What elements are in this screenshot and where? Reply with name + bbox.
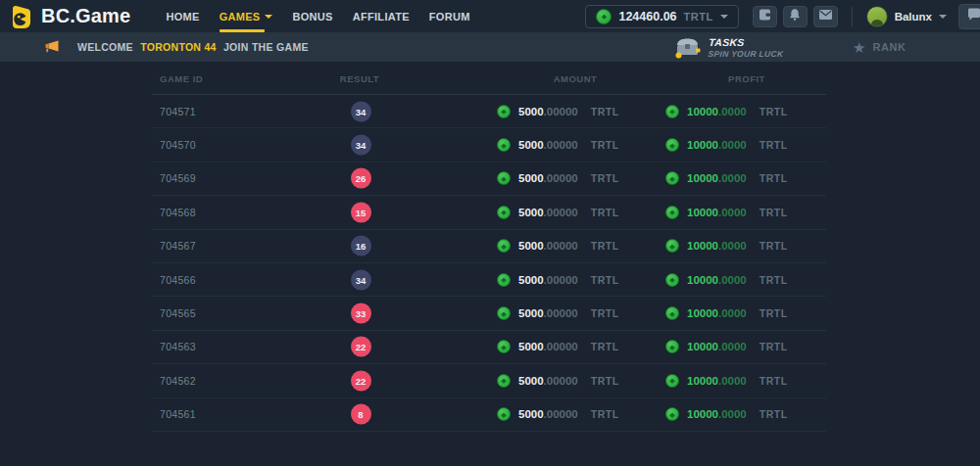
amount-cell: 5000.00000 TRTL	[497, 138, 619, 152]
profit-cell: 10000.0000 TRTL	[665, 239, 788, 253]
avatar	[866, 6, 888, 27]
table-row[interactable]: 704562 22 5000.00000 TRTL 10000.0000 TRT…	[152, 364, 826, 397]
banner-right: TASKS SPIN YOUR LUCK ★ RANK	[674, 36, 980, 59]
profit-currency: TRTL	[760, 240, 788, 252]
trtl-coin-icon	[596, 9, 612, 24]
table-row[interactable]: 704570 34 5000.00000 TRTL 10000.0000 TRT…	[152, 128, 826, 162]
amount-cell: 5000.00000 TRTL	[497, 273, 619, 287]
game-id: 704567	[160, 240, 196, 252]
notifications-button[interactable]	[783, 6, 808, 27]
amount-currency: TRTL	[591, 172, 619, 184]
profit-currency: TRTL	[760, 139, 788, 151]
tasks-widget[interactable]: TASKS SPIN YOUR LUCK	[674, 36, 784, 59]
trtl-coin-icon	[497, 105, 511, 118]
table-row[interactable]: 704565 33 5000.00000 TRTL 10000.0000 TRT…	[152, 297, 826, 330]
table-header: GAME ID RESULT AMOUNT PROFIT	[152, 62, 826, 95]
table-row[interactable]: 704571 34 5000.00000 TRTL 10000.0000 TRT…	[152, 95, 826, 128]
game-id: 704569	[160, 172, 196, 184]
amount-currency: TRTL	[591, 106, 619, 117]
chat-button[interactable]: 10	[958, 4, 980, 29]
profit-cell: 10000.0000 TRTL	[665, 407, 788, 421]
header-game-id: GAME ID	[160, 72, 203, 83]
brand-name: BC.Game	[41, 5, 130, 27]
trtl-coin-icon	[665, 273, 679, 287]
nav-bonus[interactable]: BONUS	[292, 0, 332, 32]
game-id: 704563	[160, 341, 196, 352]
amount-cell: 5000.00000 TRTL	[497, 206, 619, 219]
nav-affiliate[interactable]: AFFILIATE	[353, 0, 410, 32]
result-badge: 34	[351, 135, 371, 156]
table-row[interactable]: 704568 15 5000.00000 TRTL 10000.0000 TRT…	[152, 196, 826, 229]
amount-decimals: .00000	[544, 341, 578, 352]
nav-forum[interactable]: FORUM	[429, 0, 470, 32]
profit-currency: TRTL	[760, 172, 788, 184]
amount-decimals: .00000	[544, 307, 578, 319]
profit-currency: TRTL	[760, 207, 788, 218]
chevron-down-icon	[939, 15, 947, 19]
profit-currency: TRTL	[760, 274, 788, 286]
game-id: 704561	[160, 408, 196, 420]
bell-icon	[788, 8, 802, 24]
profit-cell: 10000.0000 TRTL	[665, 138, 788, 152]
table-row[interactable]: 704561 8 5000.00000 TRTL 10000.0000 TRTL	[152, 398, 826, 432]
trtl-coin-icon	[497, 239, 511, 253]
profit-decimals: .0000	[718, 274, 747, 286]
header-profit: PROFIT	[708, 72, 786, 83]
wallet-button[interactable]	[753, 6, 777, 27]
profit-int: 10000	[687, 375, 718, 387]
rank-widget[interactable]: ★ RANK	[853, 40, 970, 55]
tasks-text: TASKS SPIN YOUR LUCK	[708, 36, 784, 59]
result-badge: 8	[351, 404, 371, 425]
profit-decimals: .0000	[718, 240, 747, 252]
amount-currency: TRTL	[591, 408, 619, 420]
chat-icon	[966, 8, 980, 24]
trtl-coin-icon	[497, 306, 511, 320]
rank-label: RANK	[872, 41, 906, 53]
amount-decimals: .00000	[544, 207, 578, 218]
amount-currency: TRTL	[591, 375, 619, 387]
amount-decimals: .00000	[544, 375, 578, 387]
amount-currency: TRTL	[591, 274, 619, 286]
amount-decimals: .00000	[544, 240, 578, 252]
content-area: GAME ID RESULT AMOUNT PROFIT 704571 34 5…	[0, 62, 980, 432]
chevron-down-icon	[720, 15, 728, 19]
table-row[interactable]: 704566 34 5000.00000 TRTL 10000.0000 TRT…	[152, 263, 826, 297]
brand-home-link[interactable]: BC.Game	[8, 4, 130, 29]
messages-button[interactable]	[813, 6, 838, 27]
result-badge: 34	[351, 269, 371, 290]
welcome-suffix: JOIN THE GAME	[223, 41, 309, 53]
profit-int: 10000	[687, 240, 718, 252]
page: BC.Game HOME GAMES BONUS AFFILIATE FORUM…	[0, 0, 980, 466]
result-badge: 26	[351, 168, 371, 189]
table-row[interactable]: 704563 22 5000.00000 TRTL 10000.0000 TRT…	[152, 331, 826, 364]
amount-cell: 5000.00000 TRTL	[497, 306, 619, 320]
amount-decimals: .00000	[544, 139, 578, 151]
amount-int: 5000	[518, 408, 544, 420]
game-id: 704566	[160, 274, 196, 286]
trtl-coin-icon	[665, 374, 679, 388]
trtl-coin-icon	[497, 407, 511, 421]
balance-value: 124460.06	[618, 10, 676, 23]
game-id: 704562	[160, 375, 196, 387]
profit-int: 10000	[687, 341, 718, 352]
balance-currency-selector[interactable]: 124460.06 TRTL	[585, 5, 738, 28]
profit-decimals: .0000	[718, 207, 747, 218]
profit-cell: 10000.0000 TRTL	[665, 206, 788, 219]
amount-int: 5000	[518, 307, 544, 319]
bc-game-logo-icon	[8, 4, 33, 29]
nav-home[interactable]: HOME	[166, 0, 199, 32]
top-navigation-bar: BC.Game HOME GAMES BONUS AFFILIATE FORUM…	[0, 0, 980, 32]
profit-cell: 10000.0000 TRTL	[665, 374, 788, 388]
treasure-chest-icon	[674, 36, 701, 59]
announcement-banner: WELCOME TORONTON 44 JOIN THE GAME TASKS	[0, 32, 980, 62]
amount-cell: 5000.00000 TRTL	[497, 407, 619, 421]
table-row[interactable]: 704569 26 5000.00000 TRTL 10000.0000 TRT…	[152, 163, 826, 196]
amount-int: 5000	[518, 172, 544, 184]
table-row[interactable]: 704567 16 5000.00000 TRTL 10000.0000 TRT…	[152, 230, 826, 263]
nav-games[interactable]: GAMES	[220, 0, 273, 32]
tasks-subtitle: SPIN YOUR LUCK	[708, 49, 783, 59]
trtl-coin-icon	[665, 138, 679, 152]
profit-int: 10000	[687, 139, 718, 151]
bets-table: GAME ID RESULT AMOUNT PROFIT 704571 34 5…	[152, 62, 826, 432]
user-menu[interactable]: Balunx	[866, 6, 947, 27]
